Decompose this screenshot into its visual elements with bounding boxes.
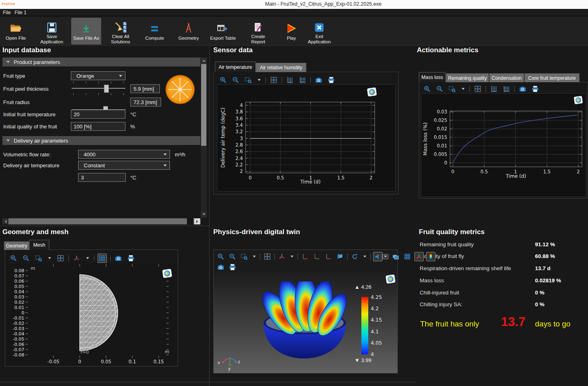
zoom-in-icon[interactable] [9,254,18,263]
x-grid-icon[interactable] [298,75,307,85]
zoom-in-icon[interactable] [216,252,225,261]
fruit-peel-thickness-slider[interactable] [72,84,125,92]
volumetric-flow-rate-select[interactable]: 4000 [78,150,170,159]
zoom-extents-icon[interactable] [56,254,65,263]
print-icon[interactable] [327,75,336,85]
x-grid-icon[interactable] [502,84,511,94]
svg-text:0.04: 0.04 [15,289,25,294]
print-icon[interactable] [126,254,136,263]
zoom-box-icon[interactable] [244,75,253,85]
mesh-plot[interactable]: m m r=0 0.080.070.060.050.040.030.020.01… [6,263,177,365]
zoom-box-icon[interactable] [240,252,249,261]
grid-toggle-icon[interactable] [403,252,412,261]
y-grid-icon[interactable] [489,84,499,94]
menu-item-file[interactable]: File [3,10,11,15]
view-yz-icon[interactable] [312,252,321,261]
mesh-plot-area[interactable]: m m r=0 0.080.070.060.050.040.030.020.01… [6,263,177,365]
zoom-extents-icon[interactable] [263,252,272,261]
scroll-up-button[interactable] [201,58,207,64]
y-grid-icon[interactable] [285,75,295,85]
twin-plot-area[interactable]: ▲ 4.26 4.25 4.2 4.15 4.1 4.05 4 ▼ 3.99 x… [214,271,397,373]
menu-item-file1[interactable]: File 1 [15,10,26,15]
camera-icon[interactable] [314,75,323,85]
sensor-plot-area[interactable]: Time (d) Delivery air temp (degC) 22.22.… [217,84,396,192]
delivery-air-parameters-header[interactable]: Delivery air parameters [2,136,200,145]
mass-loss-chart[interactable]: Time (d) Mass loss (%) 00.0050.010.0150.… [421,94,586,196]
horizontal-divider-bottom [0,382,417,382]
save-application-button[interactable]: Save Application [37,18,66,45]
axis-orientation-icon[interactable] [277,252,287,261]
input-horizontal-scrollbar[interactable] [2,218,200,224]
open-file-button[interactable]: Open File [3,18,28,45]
zoom-in-icon[interactable] [219,75,228,85]
tab-geometry[interactable]: Geometry [4,241,29,250]
chevron-down-icon[interactable] [382,254,388,259]
clear-all-solutions-button[interactable]: Clear All Solutions [106,18,135,45]
rotate-icon[interactable] [350,252,359,261]
chevron-down-icon[interactable] [256,77,262,83]
delivery-air-temperature-select[interactable]: Constant [78,161,170,170]
svg-text:1: 1 [309,175,312,181]
tab-remaining-quality[interactable]: Remaining quality [446,73,489,82]
print-icon[interactable] [228,262,237,272]
svg-text:-0.01: -0.01 [13,316,24,321]
zoom-out-icon[interactable] [21,254,31,263]
camera-icon[interactable] [518,84,527,94]
zoom-extents-icon[interactable] [473,84,482,94]
camera-icon[interactable] [114,254,123,263]
perspective-icon[interactable] [335,252,345,261]
export-table-button[interactable]: Export Table [210,18,236,45]
constant-temperature-input[interactable] [78,173,126,182]
scroll-down-button[interactable] [201,211,207,218]
initial-quality-input[interactable] [71,122,125,131]
sensor-chart[interactable]: Time (d) Delivery air temp (degC) 22.22.… [217,85,395,191]
actionable-plot-area[interactable]: Time (d) Mass loss (%) 00.0050.010.0150.… [421,93,586,197]
initial-fruit-temperature-input[interactable] [71,110,125,119]
svg-text:1: 1 [514,169,517,175]
save-file-as-button[interactable]: Save File As [71,18,101,45]
tab-mass-loss[interactable]: Mass loss [419,72,446,82]
exit-application-button[interactable]: Exit Application [305,18,333,45]
zoom-box-icon[interactable] [448,84,457,94]
chevron-down-icon[interactable] [362,254,368,259]
scene-icon[interactable] [391,252,400,261]
slider-thumb[interactable] [104,85,109,93]
zoom-in-icon[interactable] [422,84,432,94]
print-icon[interactable] [531,84,540,94]
compute-button[interactable]: Compute [142,18,168,45]
show-legend-icon[interactable] [426,252,435,261]
create-report-button[interactable]: Create Report [244,18,273,45]
zoom-out-icon[interactable] [228,252,237,261]
chevron-down-icon[interactable] [289,254,295,259]
zoom-box-icon[interactable] [34,254,43,263]
play-button[interactable]: Play [280,18,303,45]
tab-mesh[interactable]: Mesh [29,240,49,250]
chevron-down-icon[interactable] [251,254,257,259]
zoom-out-icon[interactable] [231,75,240,85]
twin-plot-toolbar-row2 [216,262,237,272]
input-vertical-scrollbar[interactable] [201,58,207,218]
zoom-extents-icon[interactable] [269,75,278,85]
chevron-down-icon[interactable] [85,256,91,261]
show-axes-icon[interactable] [414,252,424,261]
view-xz-icon[interactable] [324,252,333,261]
product-parameters-header[interactable]: Product parameters [2,58,200,66]
chevron-down-icon[interactable] [47,256,53,261]
tab-condensation[interactable]: Condensation [489,73,524,82]
chevron-down-icon[interactable] [460,86,466,92]
zoom-out-icon[interactable] [435,84,444,94]
grid-toggle-icon[interactable] [98,254,107,263]
tab-core-fruit-temperature[interactable]: Core fruit temperature [524,73,580,82]
scroll-left-button[interactable] [2,218,8,224]
scrollbar-thumb[interactable] [187,218,193,224]
camera-icon[interactable] [216,262,225,272]
axis-orientation-icon[interactable] [72,254,81,263]
view-xy-icon[interactable] [300,252,310,261]
scroll-right-button[interactable] [194,218,200,224]
fruit-type-select[interactable]: Orange [71,71,125,80]
tab-air-relative-humidity[interactable]: Air relative humidity [256,63,306,72]
scene-light-icon[interactable] [373,252,382,261]
scrollbar-thumb[interactable] [201,64,206,146]
geometry-button[interactable]: Geometry [176,18,202,45]
tab-air-temperature[interactable]: Air temperature [215,62,256,72]
